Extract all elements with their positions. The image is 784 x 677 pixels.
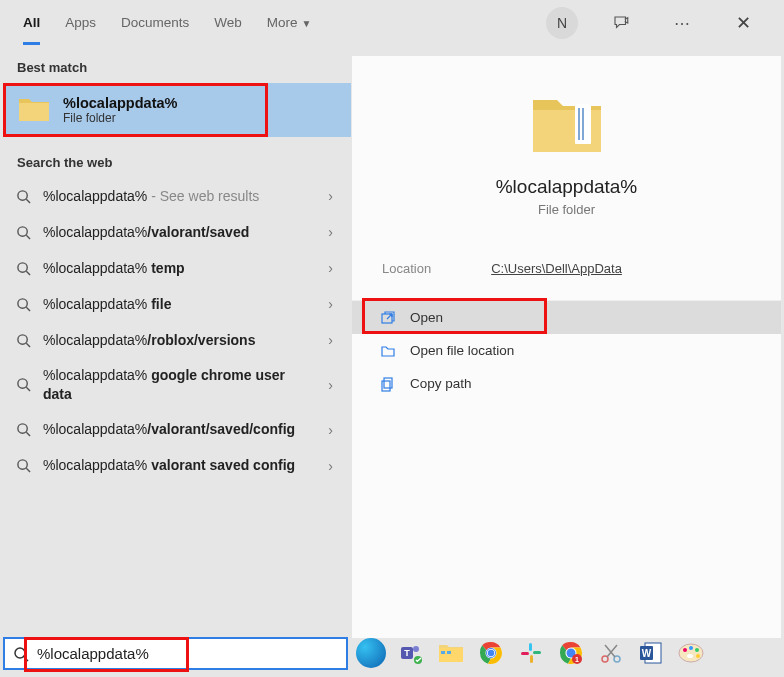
web-result-text: %localappdata% google chrome user data <box>43 366 314 404</box>
search-icon <box>13 189 33 204</box>
taskbar-edge-icon[interactable] <box>356 638 386 668</box>
svg-point-24 <box>488 650 494 656</box>
action-copy-path[interactable]: Copy path <box>352 367 781 400</box>
svg-point-5 <box>17 379 26 388</box>
svg-point-43 <box>687 654 693 658</box>
svg-rect-12 <box>384 378 392 388</box>
folder-outline-icon <box>380 343 396 359</box>
svg-point-14 <box>15 648 25 658</box>
taskbar-snip-icon[interactable] <box>596 638 626 668</box>
user-avatar[interactable]: N <box>546 7 578 39</box>
svg-rect-20 <box>447 651 451 654</box>
web-result-text: %localappdata%/roblox/versions <box>43 331 314 350</box>
web-result-item[interactable]: %localappdata% temp› <box>3 250 351 286</box>
action-open-loc-label: Open file location <box>410 343 514 358</box>
svg-rect-27 <box>530 655 533 663</box>
best-match-subtitle: File folder <box>63 111 177 125</box>
search-icon <box>13 422 33 437</box>
svg-point-4 <box>17 334 26 343</box>
tab-all[interactable]: All <box>23 2 40 45</box>
web-result-item[interactable]: %localappdata% valorant saved config› <box>3 448 351 484</box>
search-bar[interactable] <box>3 637 348 670</box>
svg-rect-10 <box>582 108 584 140</box>
open-icon <box>380 310 396 326</box>
svg-rect-25 <box>529 643 532 651</box>
svg-point-40 <box>689 646 693 650</box>
chevron-right-icon[interactable]: › <box>324 296 337 312</box>
results-panel: Best match %localappdata% File folder Se… <box>3 46 351 638</box>
search-icon <box>13 297 33 312</box>
taskbar-teams-icon[interactable]: T <box>396 638 426 668</box>
chevron-right-icon[interactable]: › <box>324 422 337 438</box>
svg-rect-28 <box>521 652 529 655</box>
web-result-text: %localappdata%/valorant/saved <box>43 223 314 242</box>
action-open-file-location[interactable]: Open file location <box>352 334 781 367</box>
taskbar-chrome-icon[interactable] <box>476 638 506 668</box>
tab-apps[interactable]: Apps <box>65 2 96 45</box>
section-best-match: Best match <box>3 46 351 83</box>
web-result-text: %localappdata%/valorant/saved/config <box>43 420 314 439</box>
tab-web[interactable]: Web <box>214 2 242 45</box>
svg-text:1: 1 <box>575 656 579 663</box>
location-label: Location <box>382 261 431 276</box>
web-result-item[interactable]: %localappdata% - See web results› <box>3 178 351 214</box>
web-result-item[interactable]: %localappdata% file› <box>3 286 351 322</box>
svg-rect-9 <box>578 108 580 140</box>
svg-text:T: T <box>404 648 410 658</box>
search-tabs: All Apps Documents Web More▼ N ⋯ ✕ <box>3 0 781 46</box>
chevron-right-icon[interactable]: › <box>324 224 337 240</box>
chevron-right-icon[interactable]: › <box>324 332 337 348</box>
chevron-right-icon[interactable]: › <box>324 377 337 393</box>
action-open[interactable]: Open <box>352 301 781 334</box>
search-icon <box>13 333 33 348</box>
tab-more[interactable]: More▼ <box>267 2 312 45</box>
svg-point-1 <box>17 226 26 235</box>
section-search-web: Search the web <box>3 137 351 178</box>
search-icon <box>13 458 33 473</box>
chevron-right-icon[interactable]: › <box>324 188 337 204</box>
feedback-icon[interactable] <box>603 5 639 41</box>
preview-subtitle: File folder <box>352 202 781 217</box>
web-result-item[interactable]: %localappdata%/valorant/saved/config› <box>3 412 351 448</box>
svg-point-3 <box>17 298 26 307</box>
preview-title: %localappdata% <box>352 176 781 198</box>
web-result-item[interactable]: %localappdata% google chrome user data› <box>3 358 351 412</box>
svg-point-6 <box>17 424 26 433</box>
folder-icon-large <box>527 90 607 160</box>
taskbar: T 1 W <box>350 634 712 672</box>
copy-icon <box>380 376 396 392</box>
taskbar-paint-icon[interactable] <box>676 638 706 668</box>
location-value[interactable]: C:\Users\Dell\AppData <box>491 261 622 276</box>
svg-point-2 <box>17 262 26 271</box>
web-result-text: %localappdata% temp <box>43 259 314 278</box>
search-icon <box>13 225 33 240</box>
best-match-item[interactable]: %localappdata% File folder <box>3 83 351 137</box>
taskbar-explorer-icon[interactable] <box>436 638 466 668</box>
web-result-item[interactable]: %localappdata%/valorant/saved› <box>3 214 351 250</box>
svg-point-17 <box>413 646 419 652</box>
search-input[interactable] <box>37 645 340 662</box>
web-result-item[interactable]: %localappdata%/roblox/versions› <box>3 322 351 358</box>
chevron-right-icon[interactable]: › <box>324 260 337 276</box>
tab-documents[interactable]: Documents <box>121 2 189 45</box>
more-options-icon[interactable]: ⋯ <box>664 5 700 41</box>
svg-rect-26 <box>533 651 541 654</box>
taskbar-chrome-canary-icon[interactable]: 1 <box>556 638 586 668</box>
best-match-title: %localappdata% <box>63 95 177 111</box>
svg-rect-13 <box>382 381 390 391</box>
web-result-text: %localappdata% file <box>43 295 314 314</box>
close-button[interactable]: ✕ <box>725 5 761 41</box>
action-copy-label: Copy path <box>410 376 472 391</box>
svg-point-0 <box>17 190 26 199</box>
svg-text:W: W <box>642 648 652 659</box>
taskbar-slack-icon[interactable] <box>516 638 546 668</box>
web-result-text: %localappdata% - See web results <box>43 187 314 206</box>
taskbar-word-icon[interactable]: W <box>636 638 666 668</box>
web-result-text: %localappdata% valorant saved config <box>43 456 314 475</box>
search-icon <box>11 646 31 662</box>
svg-point-42 <box>696 654 700 658</box>
search-icon <box>13 377 33 392</box>
chevron-right-icon[interactable]: › <box>324 458 337 474</box>
action-open-label: Open <box>410 310 443 325</box>
svg-point-41 <box>695 648 699 652</box>
